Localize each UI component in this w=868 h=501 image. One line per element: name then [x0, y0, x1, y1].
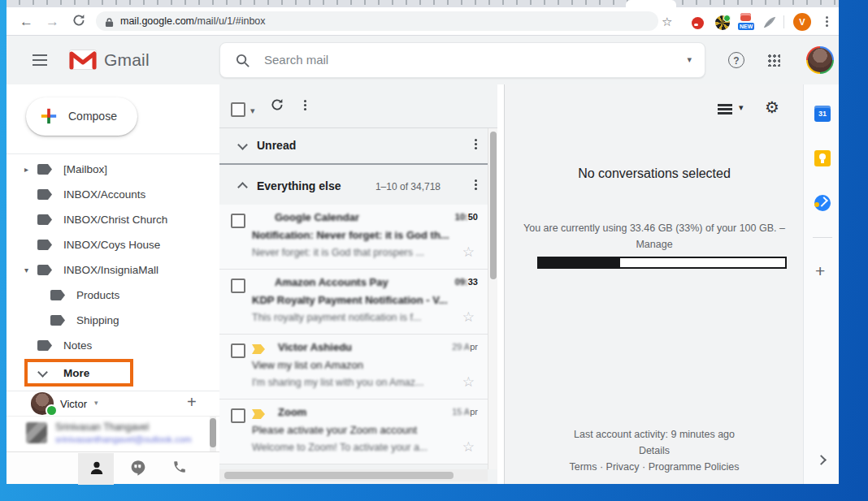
- row-checkbox[interactable]: [231, 408, 245, 423]
- extension-icon-1[interactable]: [692, 17, 704, 29]
- importance-marker-icon[interactable]: [252, 409, 265, 419]
- apps-grid-icon[interactable]: [767, 54, 780, 67]
- density-icon[interactable]: [718, 104, 732, 106]
- storage-manage-link[interactable]: Manage: [505, 239, 804, 250]
- storage-text: You are currently using 33.46 GB (33%) o…: [513, 222, 796, 234]
- hangouts-contact-row[interactable]: Srinivasan Thangavel srinivasanthangavel…: [7, 416, 219, 451]
- expand-arrow-icon[interactable]: ▸: [24, 157, 28, 182]
- list-hscrollbar-thumb[interactable]: [224, 472, 454, 479]
- label-icon: [37, 214, 52, 225]
- sidebar-item-products[interactable]: Products: [7, 283, 219, 308]
- email-time: 09:33: [455, 277, 478, 287]
- extension-new-badge: NEW: [738, 23, 754, 30]
- star-icon[interactable]: ☆: [462, 310, 475, 324]
- search-input[interactable]: Search mail: [264, 43, 328, 77]
- row-checkbox[interactable]: [231, 279, 245, 293]
- search-bar[interactable]: Search mail ▾: [219, 42, 705, 78]
- sidebar-item-mailbox[interactable]: ▸ [Mailbox]: [7, 157, 219, 182]
- forward-button[interactable]: →: [46, 15, 59, 28]
- browser-window: ← → mail.google.com/mail/u/1/#inbox ☆ NE…: [7, 0, 839, 484]
- importance-marker-icon[interactable]: [252, 344, 265, 354]
- calendar-icon[interactable]: 31: [814, 106, 831, 122]
- star-icon[interactable]: ☆: [462, 375, 475, 389]
- details-link[interactable]: Details: [505, 445, 804, 456]
- sidebar-item-label: INBOX/Accounts: [63, 182, 145, 207]
- new-conversation-button[interactable]: +: [187, 393, 197, 412]
- tab-strip[interactable]: [7, 0, 839, 7]
- section-unread[interactable]: Unread: [219, 128, 488, 163]
- sidebar-item-inbox-coys-house[interactable]: INBOX/Coys House: [7, 232, 219, 257]
- google-side-panel: 31 +: [803, 84, 839, 484]
- settings-gear-icon[interactable]: ⚙: [765, 99, 779, 115]
- email-row[interactable]: Zoom 15 Apr Please activate your Zoom ac…: [219, 400, 488, 464]
- lock-icon[interactable]: [105, 16, 114, 31]
- hangouts-profile-name[interactable]: Victor: [60, 398, 87, 410]
- sidebar-item-shipping[interactable]: Shipping: [7, 308, 219, 333]
- select-dropdown-caret-icon[interactable]: ▾: [250, 106, 255, 116]
- sidebar-item-label: INBOX/Coys House: [63, 232, 160, 257]
- email-sender: Google Calendar: [275, 211, 359, 223]
- sidebar: Compose ▸ [Mailbox] INBOX/Accounts INBOX…: [7, 84, 219, 484]
- section-title: Everything else: [257, 179, 341, 192]
- star-icon[interactable]: ☆: [462, 245, 475, 259]
- contact-email: srinivasanthangavel@outlook.com: [55, 434, 192, 444]
- sidebar-divider: [7, 153, 219, 154]
- extension-icon-2[interactable]: [715, 15, 730, 30]
- email-snippet: Welcome to Zoom! To activate your a...: [252, 442, 427, 453]
- sidebar-item-notes[interactable]: Notes: [7, 333, 219, 358]
- email-row[interactable]: Google Calendar 10:50 Notification: Neve…: [219, 205, 488, 270]
- select-all-checkbox[interactable]: [231, 102, 245, 117]
- help-icon[interactable]: ?: [728, 52, 744, 68]
- section-title: Unread: [257, 139, 296, 152]
- section-more-icon[interactable]: [475, 139, 477, 141]
- star-icon[interactable]: ☆: [462, 440, 475, 454]
- gmail-logo-icon[interactable]: [68, 49, 98, 74]
- extension-feather-icon[interactable]: [762, 15, 777, 33]
- contacts-scrollbar-thumb[interactable]: [210, 418, 216, 447]
- search-options-caret-icon[interactable]: ▾: [687, 54, 692, 65]
- label-icon: [37, 164, 52, 175]
- label-icon: [50, 315, 65, 326]
- active-tab[interactable]: [626, 0, 676, 7]
- browser-menu-icon[interactable]: [826, 16, 828, 19]
- email-subject: View my list on Amazon: [252, 359, 363, 371]
- main-menu-icon[interactable]: [33, 54, 47, 56]
- bookmark-star-icon[interactable]: ☆: [662, 15, 672, 29]
- chevron-down-icon[interactable]: [237, 140, 248, 150]
- hide-side-panel-icon[interactable]: [816, 455, 827, 465]
- phone-tab-icon[interactable]: [172, 460, 187, 477]
- sidebar-item-inbox-accounts[interactable]: INBOX/Accounts: [7, 182, 219, 207]
- search-icon[interactable]: [235, 53, 250, 71]
- density-caret-icon[interactable]: ▾: [739, 102, 744, 113]
- address-bar[interactable]: mail.google.com/mail/u/1/#inbox: [96, 11, 658, 31]
- chevron-up-icon[interactable]: [237, 182, 248, 192]
- reload-button[interactable]: [72, 13, 86, 31]
- keep-icon[interactable]: [814, 150, 831, 166]
- profile-caret-icon[interactable]: ▾: [94, 399, 98, 407]
- tasks-icon[interactable]: [814, 195, 831, 211]
- section-more-icon[interactable]: [475, 179, 477, 182]
- contacts-tab-person-icon[interactable]: [89, 460, 104, 479]
- account-avatar[interactable]: [806, 46, 834, 74]
- row-checkbox[interactable]: [231, 214, 245, 228]
- sidebar-item-label: Shipping: [76, 308, 119, 333]
- compose-button[interactable]: Compose: [26, 97, 137, 136]
- list-scrollbar-thumb[interactable]: [490, 132, 497, 279]
- section-everything-else[interactable]: Everything else 1–10 of 34,718: [219, 165, 488, 205]
- compose-label: Compose: [68, 97, 117, 136]
- sidebar-item-inbox-insigniamall[interactable]: ▾ INBOX/InsigniaMall: [7, 257, 219, 283]
- refresh-icon[interactable]: [270, 97, 284, 115]
- back-button[interactable]: ←: [20, 15, 33, 28]
- hangouts-tab-icon[interactable]: [130, 459, 146, 479]
- get-addons-button[interactable]: +: [815, 261, 825, 281]
- list-more-icon[interactable]: [304, 100, 306, 102]
- row-checkbox[interactable]: [231, 343, 245, 358]
- email-row[interactable]: Victor Ashiedu 29 Apr View my list on Am…: [219, 335, 488, 400]
- email-time: 29 Apr: [452, 342, 478, 352]
- sidebar-item-inbox-christ-church[interactable]: INBOX/Christ Church: [7, 207, 219, 232]
- email-time: 15 Apr: [452, 407, 478, 417]
- collapse-arrow-icon[interactable]: ▾: [24, 257, 28, 283]
- footer-links[interactable]: Terms · Privacy · Programme Policies: [505, 461, 804, 473]
- browser-profile-avatar[interactable]: V: [793, 13, 811, 31]
- email-row[interactable]: Amazon Accounts Pay 09:33 KDP Royalty Pa…: [219, 270, 488, 335]
